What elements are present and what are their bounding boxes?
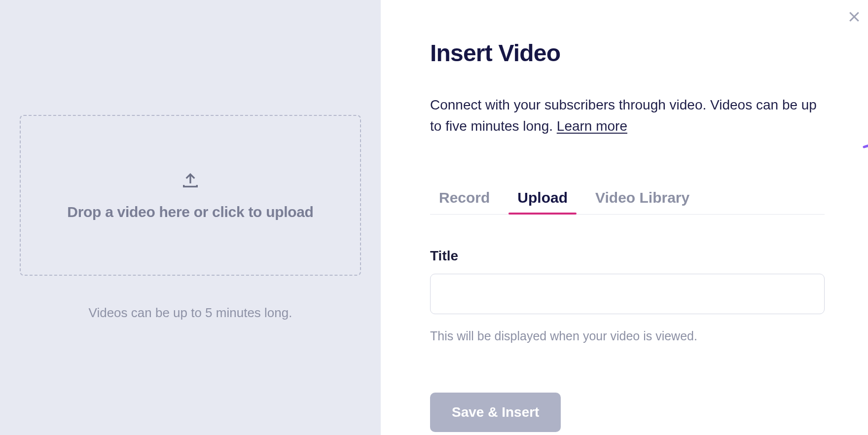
title-label: Title xyxy=(430,248,825,264)
learn-more-link[interactable]: Learn more xyxy=(557,118,627,134)
insert-video-modal: Drop a video here or click to upload Vid… xyxy=(0,0,868,435)
dropzone-prompt: Drop a video here or click to upload xyxy=(67,204,313,220)
upload-preview-pane: Drop a video here or click to upload Vid… xyxy=(0,0,381,435)
title-help-text: This will be displayed when your video i… xyxy=(430,329,825,343)
insert-video-form-pane: Insert Video Connect with your subscribe… xyxy=(381,0,868,435)
tab-upload[interactable]: Upload xyxy=(517,185,568,214)
close-button[interactable] xyxy=(843,7,865,29)
tab-video-library[interactable]: Video Library xyxy=(595,185,689,214)
title-input[interactable] xyxy=(430,274,825,314)
annotation-arrow-icon xyxy=(859,141,868,182)
title-form-section: Title This will be displayed when your v… xyxy=(430,248,825,343)
modal-heading: Insert Video xyxy=(430,39,825,67)
upload-icon xyxy=(181,170,200,192)
modal-description: Connect with your subscribers through vi… xyxy=(430,94,825,137)
video-limit-text: Videos can be up to 5 minutes long. xyxy=(89,305,292,321)
close-icon xyxy=(847,9,862,26)
video-source-tabs: Record Upload Video Library xyxy=(430,185,825,215)
save-insert-button[interactable]: Save & Insert xyxy=(430,393,561,432)
video-dropzone[interactable]: Drop a video here or click to upload xyxy=(20,115,361,276)
tab-record[interactable]: Record xyxy=(439,185,490,214)
